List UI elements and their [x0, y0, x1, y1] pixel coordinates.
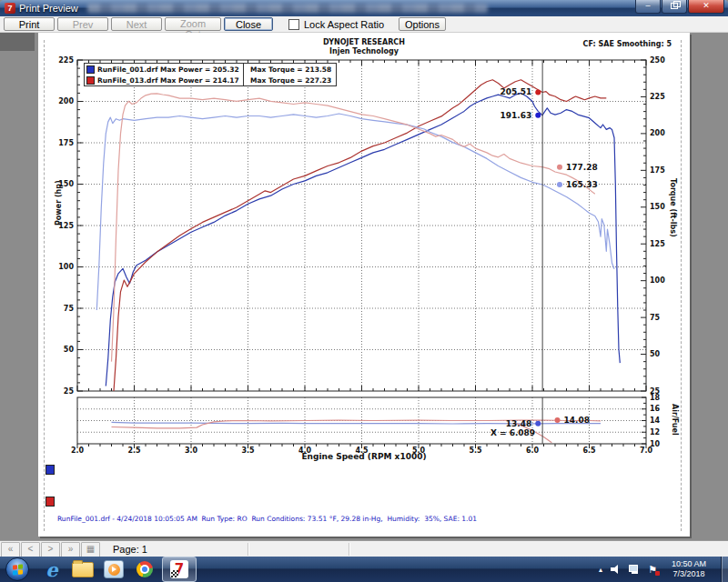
tick-label: 250	[650, 56, 665, 65]
restore-button[interactable]	[662, 0, 687, 14]
marker-dot	[557, 182, 562, 187]
tick-label: 150	[650, 203, 665, 211]
legend-divider	[243, 64, 244, 85]
window-title: Print Preview	[19, 3, 78, 14]
tick-label: 175	[58, 139, 74, 147]
tick-label: 75	[64, 305, 75, 313]
thumbnail-view-button[interactable]: ▦	[81, 542, 100, 557]
tick-label: 205.51	[500, 87, 532, 96]
marker-dot	[557, 165, 562, 170]
close-window-button[interactable]: ✕	[688, 0, 724, 14]
volume-icon[interactable]	[611, 565, 621, 574]
tick-label: 225	[650, 93, 665, 101]
tray-expand-icon[interactable]: ▴	[599, 566, 602, 574]
next-button[interactable]: Next	[111, 17, 162, 31]
airfuel-axis-label: Air/Fuel	[671, 404, 679, 436]
preview-area: DYNOJET RESEARCH Injen Technology CF: SA…	[0, 33, 728, 540]
legend-swatch-red	[86, 76, 95, 85]
winpep-icon: 7	[170, 560, 188, 578]
chart-legend: RunFile_001.drf Max Power = 205.32 Max T…	[84, 63, 337, 86]
taskbar-clock[interactable]: 10:50 AM 7/3/2018	[666, 559, 712, 579]
start-button[interactable]	[5, 557, 29, 581]
torque-axis-label: Torque (ft-lbs)	[669, 178, 677, 237]
window-controls: – ✕	[634, 0, 724, 14]
tick-label: 50	[64, 346, 75, 354]
last-page-button[interactable]: »	[61, 542, 80, 557]
statusbar-divider	[248, 543, 248, 556]
tick-label: 125	[650, 240, 665, 248]
prev-page-button[interactable]: <	[21, 542, 40, 557]
tick-label: 25	[64, 387, 75, 396]
tick-label: X = 6.089	[490, 428, 535, 437]
clock-time: 10:50 AM	[666, 559, 712, 569]
system-tray: ▴ ⚑ 10:50 AM 7/3/2018	[599, 557, 728, 582]
folder-icon	[72, 562, 94, 577]
tick-label: 12	[650, 428, 660, 436]
marker-dot	[535, 113, 541, 118]
x-axis-label: Engine Speed (RPM x1000)	[38, 452, 690, 461]
options-button[interactable]: Options	[399, 17, 446, 31]
taskbar-item-internet-explorer[interactable]: e	[36, 557, 67, 582]
tick-label: 50	[650, 350, 661, 358]
tick-label: 13.48	[506, 419, 531, 428]
power-axis-label: Power (hp)	[55, 180, 63, 226]
marker-dot	[555, 417, 561, 423]
tick-label: 75	[650, 314, 661, 322]
lock-aspect-ratio-control: Lock Aspect Ratio	[288, 19, 384, 30]
tick-label: 16	[650, 405, 661, 413]
tick-label: 18	[650, 394, 661, 402]
next-page-button[interactable]: >	[41, 542, 60, 557]
prev-button[interactable]: Prev	[57, 17, 108, 31]
app-icon: 7	[5, 3, 15, 14]
tick-label: 191.63	[500, 111, 532, 120]
legend-max-torque: Max Torque = 227.23	[245, 76, 331, 85]
taskbar-item-chrome[interactable]	[129, 557, 160, 582]
marker-dot	[535, 421, 541, 426]
zoom-out-button[interactable]: Zoom Out	[165, 17, 221, 31]
legend-swatch-blue	[86, 65, 95, 74]
tick-label: 225	[58, 56, 74, 65]
titlebar: 7 Print Preview – ✕	[0, 0, 728, 16]
page-indicator: Page: 1	[113, 544, 147, 555]
taskbar: e 7 ▴ ⚑ 10:50 AM 7/3/2018	[0, 557, 728, 582]
action-center-flag-icon[interactable]: ⚑	[648, 564, 657, 576]
chrome-icon	[136, 561, 153, 577]
preview-page[interactable]: DYNOJET RESEARCH Injen Technology CF: SA…	[38, 33, 690, 537]
internet-explorer-icon: e	[46, 558, 57, 581]
tick-label: 175	[650, 166, 665, 175]
legend-row-baseline: RunFile_001.drf Max Power = 205.32 Max T…	[85, 64, 336, 75]
titlebar-redacted-text	[87, 4, 488, 13]
series-torque-013	[112, 94, 595, 362]
show-desktop-button[interactable]	[721, 557, 728, 582]
tick-label: 100	[650, 276, 665, 285]
tick-label: 100	[58, 263, 74, 271]
legend-row-sp1123: RunFile_013.drf Max Power = 214.17 Max T…	[85, 75, 336, 85]
page-margin-line-right	[681, 40, 682, 531]
legend-file-power: RunFile_001.drf Max Power = 205.32	[97, 65, 245, 74]
lock-aspect-ratio-checkbox[interactable]	[288, 19, 299, 30]
preview-corner	[0, 33, 35, 51]
toolbar: Print Prev Next Zoom Out Close Lock Aspe…	[0, 16, 728, 33]
tick-label: 14.08	[564, 416, 590, 425]
network-icon[interactable]	[629, 565, 640, 574]
minimize-button[interactable]: –	[635, 0, 661, 14]
print-button[interactable]: Print	[4, 17, 55, 31]
close-preview-button[interactable]: Close	[224, 17, 273, 31]
marker-dot	[535, 89, 541, 95]
taskbar-item-winpep-active[interactable]: 7	[162, 557, 197, 582]
statusbar-divider	[349, 543, 349, 556]
legend-max-torque: Max Torque = 213.58	[245, 65, 331, 74]
lock-aspect-ratio-label: Lock Aspect Ratio	[304, 19, 384, 30]
first-page-button[interactable]: «	[1, 542, 20, 557]
run-swatch-red	[46, 497, 55, 507]
tick-label: 177.28	[566, 163, 598, 172]
page-margin-line-left	[44, 40, 45, 531]
tick-label: 14	[650, 416, 661, 425]
taskbar-item-explorer[interactable]	[67, 557, 98, 582]
clock-date: 7/3/2018	[666, 569, 712, 579]
restore-icon	[671, 3, 678, 9]
tick-label: 200	[58, 97, 74, 105]
taskbar-item-media-player[interactable]	[98, 557, 129, 582]
windows-logo-icon	[13, 564, 23, 575]
tick-label: 200	[650, 129, 665, 137]
